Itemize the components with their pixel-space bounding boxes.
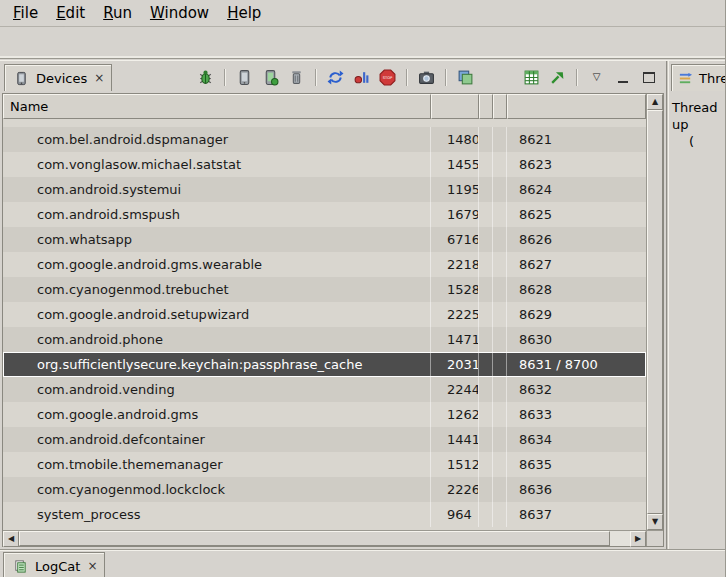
close-icon[interactable]: ×: [87, 559, 97, 573]
menu-file[interactable]: File: [4, 1, 47, 25]
table-row[interactable]: com.vonglasow.michael.satstat145538623: [3, 152, 646, 177]
tab-devices-label: Devices: [36, 71, 87, 86]
minimize-icon[interactable]: [613, 68, 632, 87]
cell-pid: 14553: [431, 152, 479, 177]
devices-toolbar: STOP ▽: [196, 65, 658, 89]
table-row[interactable]: com.google.android.gms.wearable221858627: [3, 252, 646, 277]
view-menu-icon[interactable]: ▽: [587, 68, 606, 87]
table-row[interactable]: com.android.defcontainer144118634: [3, 427, 646, 452]
scrollbar-corner: [646, 530, 663, 546]
cell-c4: [493, 252, 507, 277]
cell-c4: [493, 402, 507, 427]
scroll-right-button[interactable]: ▶: [630, 531, 646, 547]
cell-pid: 1528: [431, 277, 479, 302]
cell-ports: 8628: [507, 277, 646, 302]
table-row[interactable]: com.google.android.setupwizard222508629: [3, 302, 646, 327]
cell-c4: [493, 127, 507, 152]
cell-ports: 8637: [507, 502, 646, 527]
camera-icon[interactable]: [417, 68, 436, 87]
cell-pid: 22265: [431, 477, 479, 502]
column-header-3[interactable]: [479, 94, 493, 119]
tab-threads[interactable]: Threads: [671, 64, 726, 91]
green-arrow-icon[interactable]: [548, 68, 567, 87]
table-row[interactable]: com.android.phone14718630: [3, 327, 646, 352]
device-icon: [12, 69, 31, 88]
menu-help[interactable]: Help: [218, 1, 270, 25]
table-body: com.bel.android.dspmanager14808621com.vo…: [3, 119, 646, 530]
table-row[interactable]: com.bel.android.dspmanager14808621: [3, 127, 646, 152]
tab-devices[interactable]: Devices ×: [4, 64, 112, 91]
cell-name: com.google.android.gms.wearable: [3, 252, 431, 277]
toolbar-separator: [445, 69, 447, 86]
cell-c3: [479, 452, 493, 477]
column-header-pid[interactable]: [431, 94, 479, 119]
table-row[interactable]: com.android.systemui11958624: [3, 177, 646, 202]
cell-ports: 8635: [507, 452, 646, 477]
cell-name: com.google.android.gms: [3, 402, 431, 427]
scroll-left-button[interactable]: ◀: [3, 531, 19, 547]
trash-icon[interactable]: [287, 68, 306, 87]
logcat-bar: LogCat ×: [0, 549, 725, 577]
column-header-name[interactable]: Name: [3, 94, 431, 119]
table-row[interactable]: system_process9648637: [3, 502, 646, 527]
method-profiling-icon[interactable]: [352, 68, 371, 87]
column-header-ports[interactable]: [507, 94, 646, 119]
cell-c4: [493, 477, 507, 502]
vertical-scroll-thumb[interactable]: [647, 110, 663, 514]
phone-green-icon[interactable]: [261, 68, 280, 87]
table-row[interactable]: com.cyanogenmod.trebuchet15288628: [3, 277, 646, 302]
cell-c3: [479, 352, 493, 377]
tab-logcat[interactable]: LogCat ×: [3, 552, 105, 577]
cell-c3: [479, 302, 493, 327]
tab-logcat-label: LogCat: [35, 559, 80, 574]
column-header-name-label: Name: [10, 99, 48, 114]
horizontal-scrollbar: ◀ ▶: [3, 530, 646, 546]
phone-icon[interactable]: [235, 68, 254, 87]
cell-c3: [479, 227, 493, 252]
cell-name: system_process: [3, 502, 431, 527]
update-threads-icon[interactable]: [326, 68, 345, 87]
cell-name: org.sufficientlysecure.keychain:passphra…: [3, 352, 431, 377]
cell-name: com.android.phone: [3, 327, 431, 352]
toolbar-separator: [224, 69, 226, 86]
cell-c3: [479, 377, 493, 402]
debug-bug-icon[interactable]: [196, 68, 215, 87]
table-row[interactable]: com.android.vending224408632: [3, 377, 646, 402]
column-header-4[interactable]: [493, 94, 507, 119]
maximize-icon[interactable]: [639, 68, 658, 87]
cell-ports: 8621: [507, 127, 646, 152]
cell-pid: 1679: [431, 202, 479, 227]
cell-c4: [493, 277, 507, 302]
cell-pid: 20311: [431, 352, 479, 377]
threads-tabrow: Threads: [669, 61, 726, 93]
cell-pid: 1195: [431, 177, 479, 202]
table-row[interactable]: com.whatsapp67168626: [3, 227, 646, 252]
scroll-up-button[interactable]: ▲: [647, 94, 663, 110]
horizontal-scroll-thumb[interactable]: [19, 531, 610, 546]
scroll-down-button[interactable]: ▼: [647, 514, 663, 530]
menu-edit[interactable]: Edit: [47, 1, 94, 25]
table-row[interactable]: org.sufficientlysecure.keychain:passphra…: [3, 352, 646, 377]
gallery-icon[interactable]: [456, 68, 475, 87]
table-row[interactable]: com.android.smspush16798625: [3, 202, 646, 227]
table-row[interactable]: com.google.android.gms126238633: [3, 402, 646, 427]
menu-run[interactable]: Run: [94, 1, 141, 25]
cell-pid: 22250: [431, 302, 479, 327]
cell-c3: [479, 502, 493, 527]
vertical-scrollbar: ▲ ▼: [646, 94, 663, 530]
partial-row: [3, 119, 646, 127]
table-row[interactable]: com.tmobile.thememanager15128635: [3, 452, 646, 477]
cell-ports: 8630: [507, 327, 646, 352]
cell-pid: 964: [431, 502, 479, 527]
cell-ports: 8632: [507, 377, 646, 402]
stop-process-icon[interactable]: STOP: [378, 68, 397, 87]
close-icon[interactable]: ×: [94, 71, 104, 85]
cell-c4: [493, 202, 507, 227]
table-row[interactable]: com.cyanogenmod.lockclock222658636: [3, 477, 646, 502]
cell-c3: [479, 477, 493, 502]
grid-icon[interactable]: [522, 68, 541, 87]
cell-name: com.android.systemui: [3, 177, 431, 202]
menu-window[interactable]: Window: [141, 1, 218, 25]
cell-pid: 1480: [431, 127, 479, 152]
table-header: Name: [3, 94, 646, 119]
